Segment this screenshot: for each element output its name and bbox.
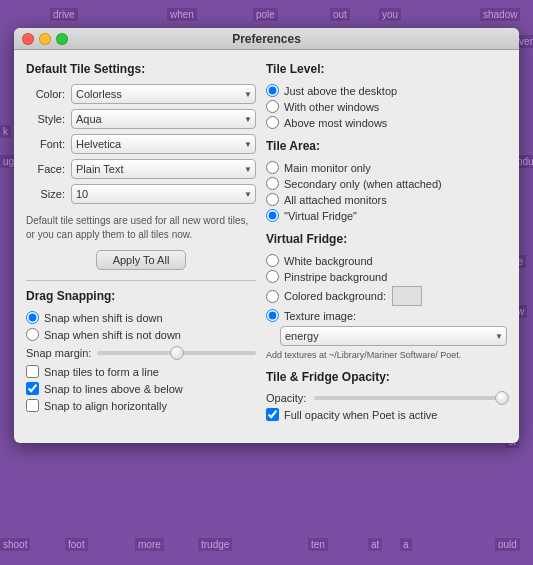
color-row: Color: Colorless White Black ▼ [26,84,256,104]
size-select-wrapper: 8 9 10 11 12 ▼ [71,184,256,204]
secondary-only-radio[interactable] [266,177,279,190]
texture-select[interactable]: energy cork marble wood [280,326,507,346]
just-above-desktop-label: Just above the desktop [284,85,397,97]
texture-select-row: energy cork marble wood ▼ [280,326,507,346]
face-select-wrapper: Plain Text Bold Italic ▼ [71,159,256,179]
texture-image-option: Texture image: [266,309,507,322]
apply-btn-container: Apply To All [26,250,256,270]
all-attached-radio[interactable] [266,193,279,206]
divider [26,280,256,281]
above-most-windows-option: Above most windows [266,116,507,129]
color-swatch[interactable] [392,286,422,306]
close-button[interactable] [22,33,34,45]
snap-shift-not-down-row: Snap when shift is not down [26,328,256,341]
virtual-fridge-area-option: "Virtual Fridge" [266,209,507,222]
opacity-slider-thumb[interactable] [495,391,509,405]
snap-align-horiz-label: Snap to align horizontally [44,400,167,412]
all-attached-option: All attached monitors [266,193,507,206]
snap-align-horiz-row: Snap to align horizontally [26,399,256,412]
texture-image-radio[interactable] [266,309,279,322]
full-opacity-checkbox[interactable] [266,408,279,421]
color-label: Color: [26,88,71,100]
snap-margin-slider-track [97,351,256,355]
hint-text: Default tile settings are used for all n… [26,214,256,242]
snap-form-line-row: Snap tiles to form a line [26,365,256,378]
font-select[interactable]: Helvetica Arial [71,134,256,154]
size-select[interactable]: 8 9 10 11 12 [71,184,256,204]
right-panel: Tile Level: Just above the desktop With … [266,62,507,431]
snap-shift-down-radio[interactable] [26,311,39,324]
face-label: Face: [26,163,71,175]
apply-to-all-button[interactable]: Apply To All [96,250,187,270]
main-monitor-option: Main monitor only [266,161,507,174]
snap-margin-slider-thumb[interactable] [170,346,184,360]
above-most-windows-label: Above most windows [284,117,387,129]
main-monitor-radio[interactable] [266,161,279,174]
traffic-lights [22,33,68,45]
secondary-only-label: Secondary only (when attached) [284,178,442,190]
style-label: Style: [26,113,71,125]
style-row: Style: Aqua Plain ▼ [26,109,256,129]
colored-bg-radio[interactable] [266,290,279,303]
snap-above-below-checkbox[interactable] [26,382,39,395]
pinstripe-bg-option: Pinstripe background [266,270,507,283]
font-label: Font: [26,138,71,150]
color-select-wrapper: Colorless White Black ▼ [71,84,256,104]
snap-shift-down-row: Snap when shift is down [26,311,256,324]
left-panel: Default Tile Settings: Color: Colorless … [26,62,256,431]
opacity-row: Opacity: [266,392,507,404]
snap-form-line-label: Snap tiles to form a line [44,366,159,378]
style-select-wrapper: Aqua Plain ▼ [71,109,256,129]
drag-snapping-section: Drag Snapping: Snap when shift is down S… [26,289,256,412]
size-row: Size: 8 9 10 11 12 ▼ [26,184,256,204]
snap-margin-row: Snap margin: [26,347,256,359]
window-title: Preferences [232,32,301,46]
size-label: Size: [26,188,71,200]
with-other-windows-radio[interactable] [266,100,279,113]
secondary-only-option: Secondary only (when attached) [266,177,507,190]
snap-shift-not-down-radio[interactable] [26,328,39,341]
snap-form-line-checkbox[interactable] [26,365,39,378]
minimize-button[interactable] [39,33,51,45]
virtual-fridge-section: Virtual Fridge: White background Pinstri… [266,232,507,360]
colored-bg-option: Colored background: [266,286,507,306]
white-bg-label: White background [284,255,373,267]
face-row: Face: Plain Text Bold Italic ▼ [26,159,256,179]
titlebar: Preferences [14,28,519,50]
style-select[interactable]: Aqua Plain [71,109,256,129]
face-select[interactable]: Plain Text Bold Italic [71,159,256,179]
tile-area-title: Tile Area: [266,139,507,153]
texture-select-wrapper: energy cork marble wood ▼ [280,326,507,346]
all-attached-label: All attached monitors [284,194,387,206]
just-above-desktop-radio[interactable] [266,84,279,97]
texture-image-label: Texture image: [284,310,356,322]
with-other-windows-option: With other windows [266,100,507,113]
full-opacity-row: Full opacity when Poet is active [266,408,507,421]
opacity-section: Tile & Fridge Opacity: Opacity: Full opa… [266,370,507,421]
content-area: Default Tile Settings: Color: Colorless … [14,50,519,443]
above-most-windows-radio[interactable] [266,116,279,129]
just-above-desktop-option: Just above the desktop [266,84,507,97]
maximize-button[interactable] [56,33,68,45]
snap-above-below-row: Snap to lines above & below [26,382,256,395]
snap-align-horiz-checkbox[interactable] [26,399,39,412]
font-select-wrapper: Helvetica Arial ▼ [71,134,256,154]
preferences-window: Preferences Default Tile Settings: Color… [14,28,519,443]
snap-shift-down-label: Snap when shift is down [44,312,163,324]
pinstripe-bg-radio[interactable] [266,270,279,283]
opacity-section-title: Tile & Fridge Opacity: [266,370,507,384]
colored-bg-label: Colored background: [284,290,386,302]
color-select[interactable]: Colorless White Black [71,84,256,104]
add-textures-text: Add textures at ~/Library/Mariner Softwa… [266,350,507,360]
drag-snapping-title: Drag Snapping: [26,289,256,303]
virtual-fridge-area-radio[interactable] [266,209,279,222]
snap-margin-label: Snap margin: [26,347,91,359]
tile-level-section: Tile Level: Just above the desktop With … [266,62,507,129]
tile-area-section: Tile Area: Main monitor only Secondary o… [266,139,507,222]
full-opacity-label: Full opacity when Poet is active [284,409,437,421]
with-other-windows-label: With other windows [284,101,379,113]
white-bg-option: White background [266,254,507,267]
font-row: Font: Helvetica Arial ▼ [26,134,256,154]
white-bg-radio[interactable] [266,254,279,267]
opacity-slider-track [314,396,507,400]
